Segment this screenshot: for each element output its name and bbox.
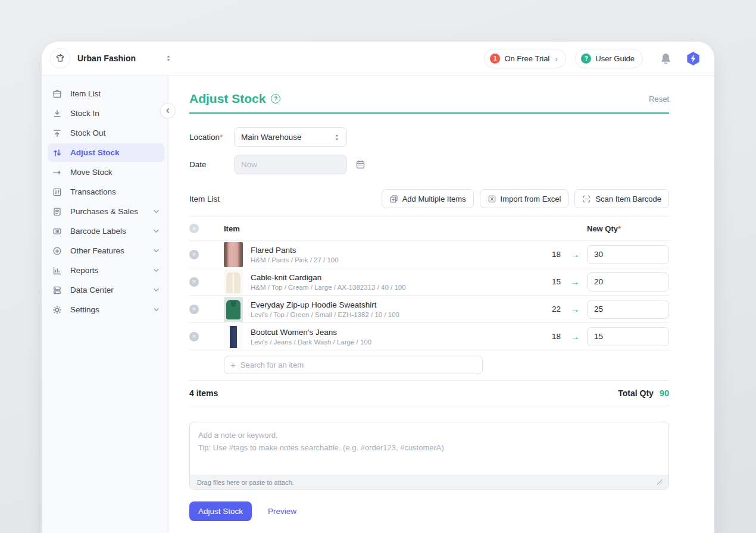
box-icon (52, 89, 62, 99)
current-qty: 22 (527, 305, 563, 313)
product-image-hoodie (224, 297, 243, 322)
help-icon[interactable]: ? (271, 94, 280, 104)
trial-badge: 1 (490, 54, 500, 64)
bar-chart-icon (52, 266, 62, 275)
search-row: + (189, 350, 669, 381)
item-details: H&M / Pants / Pink / 27 / 100 (251, 256, 339, 264)
remove-row-icon[interactable]: × (189, 250, 199, 259)
new-qty-input[interactable] (587, 245, 669, 264)
table-row: × Flared Pants H&M / Pants / Pink / 27 /… (189, 241, 669, 268)
tshirt-hanger-icon (54, 52, 66, 64)
column-header-item: Item (199, 224, 527, 233)
table-row: × Cable-knit Cardigan H&M / Top / Cream … (189, 268, 669, 296)
date-label: Date (189, 160, 234, 169)
item-details: Levi's / Jeans / Dark Wash / Large / 100 (251, 338, 371, 346)
reset-button[interactable]: Reset (649, 95, 669, 104)
topbar: Urban Fashion 1 On Free Trial › ? User G… (42, 42, 714, 76)
sidebar-item-item-list[interactable]: Item List (48, 84, 164, 103)
arrow-right-icon: → (563, 304, 587, 314)
items-count: 4 items (189, 388, 218, 398)
date-input[interactable] (234, 155, 347, 174)
item-table-header: × Item New Qty* (189, 217, 669, 241)
sidebar-item-transactions[interactable]: Transactions (48, 183, 164, 201)
collapse-chevron-icon (165, 108, 171, 114)
item-details: H&M / Top / Cream / Large / AX-1382313 /… (251, 284, 406, 291)
scan-frame-icon (582, 195, 591, 203)
workspace-switcher-icon[interactable] (164, 54, 173, 62)
adjust-stock-submit-button[interactable]: Adjust Stock (189, 501, 252, 521)
resize-handle[interactable] (657, 479, 663, 485)
workspace-logo[interactable] (50, 48, 70, 68)
scan-item-barcode-button[interactable]: Scan Item Barcode (574, 189, 669, 208)
sidebar-item-data-center[interactable]: Data Center (48, 281, 164, 299)
item-name: Flared Pants (251, 246, 339, 255)
item-table: × Item New Qty* × Flared Pants H&M / Pan… (189, 216, 669, 406)
copy-plus-icon (389, 195, 398, 203)
attach-hint-strip[interactable]: Drag files here or paste to attach. (190, 475, 668, 489)
arrow-right-icon: → (563, 331, 587, 341)
excel-file-icon (488, 195, 496, 203)
arrow-right-icon: → (563, 249, 587, 259)
select-arrows-icon (333, 133, 340, 142)
item-search-input[interactable] (240, 360, 476, 369)
new-qty-input[interactable] (587, 272, 669, 291)
preview-link[interactable]: Preview (268, 507, 296, 516)
sidebar-item-move-stock[interactable]: Move Stock (48, 163, 164, 181)
attach-hint: Drag files here or paste to attach. (197, 479, 294, 486)
sidebar-item-purchases-sales[interactable]: Purchases & Sales (48, 202, 164, 221)
total-qty-value: 90 (660, 388, 669, 398)
arrow-up-from-line-icon (52, 128, 62, 138)
import-from-excel-button[interactable]: Import from Excel (480, 189, 569, 208)
help-badge: ? (581, 54, 591, 64)
product-image-flared-pants (224, 242, 243, 267)
page-title: Adjust Stock (189, 92, 265, 106)
arrows-up-down-icon (52, 148, 62, 158)
sidebar-item-other-features[interactable]: Other Features (48, 242, 164, 260)
remove-row-icon[interactable]: × (189, 332, 199, 341)
note-input[interactable]: Add a note or keyword. Tip: Use #tags to… (189, 422, 669, 490)
total-qty-label: Total Qty (618, 388, 654, 398)
product-image-cardigan (224, 269, 243, 294)
remove-all-icon[interactable]: × (189, 224, 199, 233)
user-guide-button[interactable]: ? User Guide (575, 49, 643, 68)
product-image-jeans (224, 324, 243, 349)
workspace-name: Urban Fashion (77, 54, 136, 63)
note-placeholder: Add a note or keyword. Tip: Use #tags to… (190, 422, 668, 461)
chevron-down-icon (153, 228, 160, 234)
sidebar-collapse-button[interactable] (160, 103, 176, 118)
item-name: Cable-knit Cardigan (251, 273, 406, 282)
chevron-down-icon (153, 287, 160, 293)
notifications-bell-icon[interactable] (660, 52, 672, 65)
sidebar-item-adjust-stock[interactable]: Adjust Stock (48, 143, 164, 162)
app-window: Urban Fashion 1 On Free Trial › ? User G… (42, 42, 714, 533)
item-details: Levi's / Top / Green / Small / EZH-1382 … (251, 311, 399, 318)
new-qty-input[interactable] (587, 300, 669, 319)
gear-icon (52, 305, 62, 315)
arrow-right-icon: → (563, 277, 587, 287)
add-multiple-items-button[interactable]: Add Multiple Items (382, 189, 474, 208)
current-qty: 15 (527, 277, 563, 286)
sidebar-item-reports[interactable]: Reports (48, 261, 164, 280)
sidebar-item-stock-out[interactable]: Stock Out (48, 124, 164, 142)
table-row: × Everyday Zip-up Hoodie Sweatshirt Levi… (189, 296, 669, 323)
free-trial-button[interactable]: 1 On Free Trial › (484, 49, 566, 68)
transactions-box-icon (52, 187, 62, 197)
calendar-icon[interactable] (355, 159, 365, 170)
sidebar-item-stock-in[interactable]: Stock In (48, 104, 164, 123)
plus-icon: + (230, 360, 236, 369)
sidebar-item-barcode-labels[interactable]: Barcode Labels (48, 222, 164, 240)
item-search-box[interactable]: + (224, 356, 483, 374)
sidebar-item-settings[interactable]: Settings (48, 300, 164, 319)
remove-row-icon[interactable]: × (189, 277, 199, 287)
app-hexagon-icon[interactable] (685, 51, 701, 67)
summary-row: 4 items Total Qty 90 (189, 381, 669, 406)
location-select[interactable]: Main Warehouse (234, 127, 347, 147)
arrow-down-to-line-icon (52, 109, 62, 118)
page-header: Adjust Stock ? Reset (189, 92, 669, 114)
item-name: Everyday Zip-up Hoodie Sweatshirt (251, 300, 399, 309)
main-panel: Adjust Stock ? Reset Location* Main Ware… (168, 76, 714, 533)
remove-row-icon[interactable]: × (189, 305, 199, 314)
document-icon (52, 207, 62, 217)
new-qty-input[interactable] (587, 327, 669, 346)
trial-label: On Free Trial (504, 54, 549, 63)
